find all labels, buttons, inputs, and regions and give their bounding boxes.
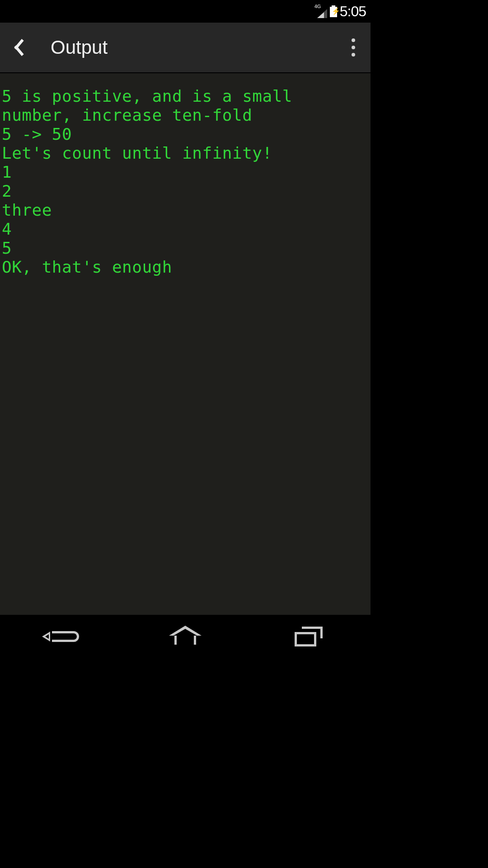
overflow-menu-button[interactable] [344,34,362,61]
nav-recent-button[interactable] [277,623,340,650]
status-bar: 4G ⚡ 5:05 [0,0,371,23]
page-title: Output [51,37,108,58]
back-button[interactable] [9,36,28,59]
console-output-text: 5 is positive, and is a small number, in… [2,87,369,277]
nav-recent-icon [295,627,323,646]
nav-home-icon [172,628,199,645]
console-content-area: 5 is positive, and is a small number, in… [0,73,371,615]
battery-charging-icon: ⚡ [330,5,337,17]
nav-back-button[interactable] [30,623,94,650]
action-bar: Output [0,23,371,73]
status-time: 5:05 [340,3,366,20]
network-signal-icon: 4G [314,5,327,18]
system-navigation-bar [0,615,371,658]
chevron-left-icon [14,39,23,56]
nav-back-icon [45,627,79,646]
network-type-label: 4G [314,4,321,9]
nav-home-button[interactable] [154,623,217,650]
